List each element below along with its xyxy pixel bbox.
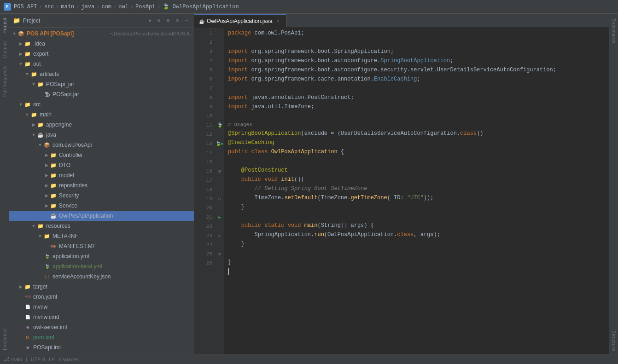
tree-label: pom.xml xyxy=(33,334,194,341)
tree-item-security[interactable]: ▶ 📁 Security xyxy=(9,191,194,201)
tree-item-idea[interactable]: ▶ 📁 .idea xyxy=(9,39,194,49)
breadcrumb: POS API › src › main › java › com › owl … xyxy=(14,3,239,10)
tree-item-model[interactable]: ▶ 📁 model xyxy=(9,170,194,180)
yaml-red-icon: YM xyxy=(24,293,31,300)
tree-item-meta-inf[interactable]: ▼ 📁 META-INF xyxy=(9,231,194,241)
code-line-22: SpringApplication.run(OwlPosApiApplicati… xyxy=(228,230,609,239)
fold-icon-line23[interactable]: ⊟ xyxy=(218,233,221,238)
tree-label: appengine xyxy=(46,121,194,128)
breadcrumb-java[interactable]: java xyxy=(81,4,94,10)
fold-icon-line25[interactable]: ⊟ xyxy=(218,252,221,257)
tree-arrow: ▼ xyxy=(30,223,37,229)
tree-item-pos-api-root[interactable]: ▼ 📦 POS API [POSapi] ~/Desktop/Projects/… xyxy=(9,29,194,39)
tree-item-app-yaml[interactable]: ▶ 🍃 application.yml xyxy=(9,251,194,261)
tree-arrow: ▶ xyxy=(43,172,50,179)
tab-close-button[interactable]: × xyxy=(275,18,281,24)
breadcrumb-posapi[interactable]: POS API xyxy=(14,4,37,10)
tree-item-dto[interactable]: ▶ 📁 DTO xyxy=(9,160,194,170)
folder-icon: 📁 xyxy=(43,232,51,240)
tree-label: OwlPosApiApplication xyxy=(59,213,194,219)
breadcrumb-src[interactable]: src xyxy=(44,4,54,10)
tree-label: POS API [POSapi] xyxy=(27,30,107,37)
tree-label: model xyxy=(59,172,194,179)
tree-item-src[interactable]: ▼ 📁 src xyxy=(9,99,194,110)
layout-icon[interactable]: ≡ xyxy=(164,17,172,24)
project-panel-dropdown[interactable]: ▼ xyxy=(147,18,152,23)
tree-label: artifacts xyxy=(40,71,194,77)
code-editor[interactable]: package com.owl.PosApi; import org.sprin… xyxy=(224,28,609,354)
tree-item-target[interactable]: ▶ 📁 target xyxy=(9,282,194,292)
code-line-4: import org.springframework.boot.autoconf… xyxy=(228,56,609,65)
code-line-6: import org.springframework.cache.annotat… xyxy=(228,75,609,84)
breadcrumb-owl[interactable]: owl xyxy=(118,4,128,10)
tree-item-package[interactable]: ▼ 📦 com.owl.PosApi xyxy=(9,140,194,150)
editor-tab-owlposapi[interactable]: ☕ OwlPosApiApplication.java × xyxy=(194,14,286,27)
play-icon-line21[interactable]: ▶ xyxy=(218,215,221,220)
encoding-label[interactable]: UTF-8 xyxy=(31,357,45,362)
close-panel-icon[interactable]: − xyxy=(183,17,190,24)
indent-label[interactable]: 4 spaces xyxy=(58,357,79,362)
tree-item-main[interactable]: ▼ 📁 main xyxy=(9,110,194,120)
code-line-1: package com.owl.PosApi; xyxy=(228,29,609,38)
tree-item-posapi-jar[interactable]: ▶ 🗜 POSapi.jar xyxy=(9,89,194,99)
tree-item-mvnw-cmd[interactable]: ▶ 📄 mvnw.cmd xyxy=(9,312,194,322)
run-icon-line13[interactable]: 🍃 xyxy=(216,141,221,146)
tree-arrow: ▶ xyxy=(17,40,24,47)
tree-label: DTO xyxy=(59,162,194,168)
tree-label: Service xyxy=(59,202,194,209)
tree-item-repositories[interactable]: ▶ 📁 repositories xyxy=(9,180,194,191)
tree-label: resources xyxy=(46,223,194,229)
run-icon-line11[interactable]: 🍃 xyxy=(215,121,224,130)
tree-label: repositories xyxy=(59,182,194,189)
settings-icon[interactable]: ⚙ xyxy=(174,17,181,24)
tree-item-pom-xml[interactable]: ▶ M pom.xml xyxy=(9,332,194,342)
tree-item-owl-server-iml[interactable]: ▶ ◆ owl-server.iml xyxy=(9,322,194,332)
tree-arrow: ▼ xyxy=(24,111,30,118)
tree-item-manifest[interactable]: ▶ MF MANIFEST.MF xyxy=(9,241,194,251)
tree-label: POSapi_jar xyxy=(46,81,194,87)
tree-label: src xyxy=(33,101,194,108)
tree-item-posapi-jar-folder[interactable]: ▼ 📁 POSapi_jar xyxy=(9,79,194,89)
project-vertical-label[interactable]: Project xyxy=(0,14,9,37)
fold-icon-line19[interactable]: ⊟ xyxy=(218,196,221,202)
pull-requests-vertical-label[interactable]: Pull Requests xyxy=(0,62,9,100)
tree-item-owlposapi[interactable]: ▶ ☕ OwlPosApiApplication xyxy=(9,211,194,221)
editor-content-area[interactable]: 1 2 3 4 5 6 7 8 9 10 11 12 13 14 15 16 1… xyxy=(194,28,609,354)
app-logo: P xyxy=(4,3,11,11)
tree-item-posapi-iml[interactable]: ▶ ◆ POSapi.iml xyxy=(9,342,194,352)
tree-arrow: ▼ xyxy=(37,142,43,148)
tree-item-export[interactable]: ▶ 📁 export xyxy=(9,49,194,59)
folder-icon: 📁 xyxy=(37,81,44,88)
tree-arrow: ▶ xyxy=(17,51,24,57)
tree-item-artifacts[interactable]: ▼ 📁 artifacts xyxy=(9,69,194,79)
play-icon-line13[interactable]: ▶ xyxy=(221,141,223,146)
bookmarks-vertical-label[interactable]: Bookmarks xyxy=(610,16,618,46)
line-ending-label[interactable]: LF xyxy=(49,357,55,362)
tree-item-mvnw[interactable]: ▶ 📄 mvnw xyxy=(9,302,194,312)
add-content-icon[interactable]: ⊕ xyxy=(155,17,163,24)
tree-item-controller[interactable]: ▶ 📁 Controller xyxy=(9,150,194,160)
commit-vertical-label[interactable]: Commit xyxy=(0,37,9,62)
structure-vertical-label[interactable]: Structure xyxy=(610,328,618,354)
tree-arrow: ▼ xyxy=(37,233,43,239)
tree-item-app-local-yaml[interactable]: ▶ 🍃 application-local.yml xyxy=(9,261,194,272)
code-line-20 xyxy=(228,212,609,221)
git-branch[interactable]: ⎇ main xyxy=(4,356,22,362)
breadcrumb-main[interactable]: main xyxy=(61,4,74,10)
existence-vertical-label[interactable]: Existence xyxy=(0,324,9,354)
yaml-icon: 🍃 xyxy=(43,253,51,260)
tree-item-cron-yaml[interactable]: ▶ YM cron.yaml xyxy=(9,292,194,302)
tree-item-service[interactable]: ▶ 📁 Service xyxy=(9,201,194,211)
fold-icon-line16[interactable]: ⊟ xyxy=(218,169,221,174)
tree-item-appengine[interactable]: ▶ 📁 appengine xyxy=(9,120,194,130)
tree-item-out[interactable]: ▼ 📁 out xyxy=(9,59,194,69)
tree-label: export xyxy=(33,51,194,57)
breadcrumb-com[interactable]: com xyxy=(101,4,111,10)
tree-item-resources[interactable]: ▼ 📁 resources xyxy=(9,221,194,231)
tree-arrow: ▼ xyxy=(11,30,17,37)
branch-name: main xyxy=(11,357,22,362)
folder-icon: 📁 xyxy=(50,192,57,199)
tree-item-service-key[interactable]: ▶ { } serviceAccountKey.json xyxy=(9,272,194,282)
tree-item-java[interactable]: ▼ ☕ java xyxy=(9,130,194,140)
breadcrumb-posapi2[interactable]: PosApi xyxy=(135,4,155,10)
